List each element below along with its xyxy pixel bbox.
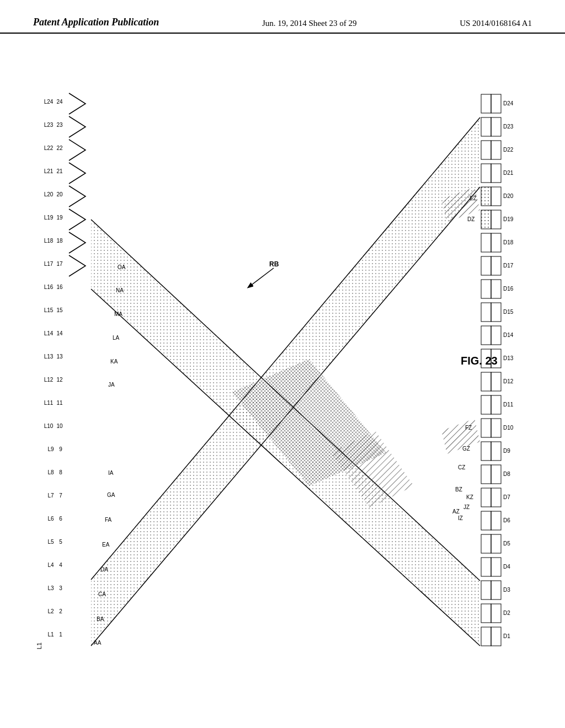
box-D2-outer <box>491 604 501 623</box>
svg-text:8: 8 <box>59 469 62 475</box>
svg-text:18: 18 <box>56 238 63 244</box>
label-L9: L9 <box>47 446 54 452</box>
label-L11: L11 <box>44 400 54 406</box>
svg-text:7: 7 <box>59 493 62 499</box>
box-D8-outer <box>491 465 501 484</box>
box-D24-outer <box>491 94 501 113</box>
box-D22-outer <box>491 141 501 159</box>
box-D9-inner <box>481 442 491 461</box>
annotation-NA: NA <box>116 287 124 293</box>
label-L4: L4 <box>47 562 54 568</box>
label-L14: L14 <box>44 330 54 336</box>
label-D18: D18 <box>503 239 514 245</box>
box-D6-outer <box>491 511 501 530</box>
box-D22-inner <box>481 141 491 159</box>
label-D8: D8 <box>503 471 510 477</box>
box-D23-outer <box>491 117 501 136</box>
box-D4-inner <box>481 558 491 576</box>
page-header: Patent Application Publication Jun. 19, … <box>0 0 565 34</box>
label-L19: L19 <box>44 215 54 221</box>
svg-text:11: 11 <box>56 400 63 406</box>
annotation-GZ: GZ <box>462 446 470 452</box>
box-D8-inner <box>481 465 491 484</box>
annotation-RB: RB <box>269 260 279 268</box>
annotation-JA: JA <box>108 382 115 388</box>
box-D15-outer <box>491 303 501 322</box>
diagram-area: L1 L1 1 L2 2 L3 3 L4 4 L5 5 <box>0 34 565 706</box>
box-D18-outer <box>491 233 501 252</box>
label-L24: L24 <box>44 99 54 105</box>
label-D2: D2 <box>503 610 510 616</box>
label-L18: L18 <box>44 238 54 244</box>
label-1: 1 <box>59 631 62 638</box>
chevron-L23 <box>69 116 86 137</box>
box-D6-inner <box>481 511 491 530</box>
label-L6: L6 <box>47 516 54 522</box>
svg-text:2: 2 <box>59 608 62 614</box>
box-D16-inner <box>481 280 491 298</box>
box-D14-inner <box>481 326 491 345</box>
chevron-L24 <box>69 93 86 114</box>
box-D9-outer <box>491 442 501 461</box>
label-L15: L15 <box>44 307 54 313</box>
chevron-L22 <box>69 140 86 160</box>
annotation-EZ: EZ <box>470 195 477 201</box>
right-hatch-bottom <box>441 419 480 454</box>
label-L3: L3 <box>47 585 54 591</box>
label-L21: L21 <box>44 168 54 174</box>
label-L16: L16 <box>44 284 54 290</box>
label-D19: D19 <box>503 216 514 222</box>
sheet-info: Jun. 19, 2014 Sheet 23 of 29 <box>262 19 357 28</box>
annotation-CZ: CZ <box>458 464 465 470</box>
box-D3-outer <box>491 581 501 599</box>
box-D7-inner <box>481 488 491 507</box>
annotation-OA: OA <box>118 264 126 270</box>
svg-text:24: 24 <box>56 99 63 105</box>
box-D10-outer <box>491 419 501 437</box>
box-D5-inner <box>481 534 491 553</box>
chevron-L19 <box>69 209 86 230</box>
annotation-AZ: AZ <box>452 508 460 515</box>
label-L7: L7 <box>47 493 54 499</box>
box-D11-outer <box>491 395 501 414</box>
annotation-MA: MA <box>114 311 122 317</box>
box-D17-inner <box>481 256 491 275</box>
chevron-L18 <box>69 232 86 253</box>
box-D18-inner <box>481 233 491 252</box>
svg-text:16: 16 <box>56 284 63 290</box>
label-D10: D10 <box>503 425 514 431</box>
annotation-BZ: BZ <box>455 486 462 493</box>
patent-number: US 2014/0168164 A1 <box>460 19 532 28</box>
label-D4: D4 <box>503 564 510 570</box>
svg-text:23: 23 <box>56 122 63 128</box>
annotation-IA: IA <box>108 470 114 476</box>
rb-arrow <box>248 268 274 287</box>
main-figure-svg: L1 L1 1 L2 2 L3 3 L4 4 L5 5 <box>0 34 565 706</box>
label-L12: L12 <box>44 377 54 383</box>
publication-title: Patent Application Publication <box>33 17 159 28</box>
label-L2: L2 <box>47 608 54 614</box>
left-label-L1: L1 <box>36 643 42 649</box>
annotation-LA: LA <box>113 335 120 341</box>
label-D9: D9 <box>503 448 510 454</box>
label-L22: L22 <box>44 145 54 151</box>
label-D16: D16 <box>503 286 514 292</box>
annotation-EA: EA <box>102 542 110 548</box>
chevron-L21 <box>69 163 86 184</box>
label-L5: L5 <box>47 539 54 545</box>
annotation-BA: BA <box>97 616 104 622</box>
chevron-L20 <box>69 186 86 207</box>
box-D19-outer <box>491 210 501 229</box>
box-D19-inner <box>481 210 491 229</box>
box-D3-inner <box>481 581 491 599</box>
box-D12-inner <box>481 372 491 391</box>
svg-text:13: 13 <box>56 354 63 360</box>
box-D24-inner <box>481 94 491 113</box>
box-D10-inner <box>481 419 491 437</box>
svg-text:20: 20 <box>56 191 63 197</box>
label-D7: D7 <box>503 494 510 500</box>
box-D12-outer <box>491 372 501 391</box>
label-L10: L10 <box>44 423 54 429</box>
box-D21-outer <box>491 164 501 183</box>
chevron-L17 <box>69 255 86 276</box>
